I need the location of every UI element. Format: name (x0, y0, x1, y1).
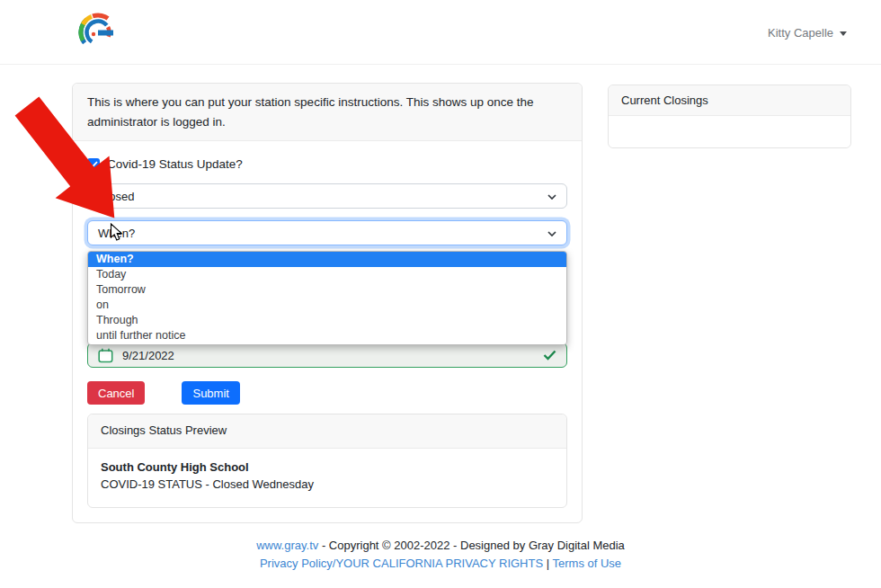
calendar-icon[interactable] (98, 348, 113, 363)
date-input[interactable]: 9/21/2022 (87, 343, 567, 368)
status-select-value: Closed (98, 190, 134, 203)
gray-tv-link[interactable]: www.gray.tv (256, 539, 318, 552)
chevron-down-icon (840, 31, 847, 36)
valid-check-icon (543, 350, 556, 361)
user-name: Kitty Capelle (768, 26, 833, 40)
preview-title: Closings Status Preview (88, 414, 566, 449)
chevron-down-icon (547, 231, 556, 236)
status-select[interactable]: Closed (87, 183, 567, 209)
station-instructions: This is where you can put your station s… (73, 84, 582, 141)
privacy-policy-link[interactable]: Privacy Policy/YOUR CALIFORNIA PRIVACY R… (260, 557, 543, 570)
check-icon (89, 161, 98, 168)
copyright-text: - Copyright © 2002-2022 - Designed by Gr… (318, 539, 625, 552)
top-navbar: Kitty Capelle (0, 0, 881, 65)
closings-status-preview-card: Closings Status Preview South County Hig… (87, 414, 567, 508)
preview-status-line: COVID-19 STATUS - Closed Wednesday (101, 477, 554, 491)
closings-form-body: Covid-19 Status Update? Closed When? Whe… (73, 141, 582, 522)
when-select[interactable]: When? (87, 220, 567, 245)
cancel-button[interactable]: Cancel (87, 381, 145, 405)
current-closings-card: Current Closings (608, 85, 851, 148)
when-option-tomorrow[interactable]: Tomorrow (88, 282, 566, 298)
covid-status-checkbox[interactable] (87, 158, 100, 171)
when-option-through[interactable]: Through (88, 313, 566, 328)
page-footer: www.gray.tv - Copyright © 2002-2022 - De… (0, 539, 881, 570)
when-select-dropdown: When? Today Tomorrow on Through until fu… (87, 251, 567, 345)
when-select-value: When? (98, 227, 135, 240)
gray-tv-logo-icon[interactable] (76, 10, 120, 55)
current-closings-empty-list (609, 116, 850, 147)
current-closings-title: Current Closings (609, 85, 850, 116)
closings-form-card: This is where you can put your station s… (72, 83, 583, 523)
when-option-today[interactable]: Today (88, 267, 566, 282)
when-option-when[interactable]: When? (88, 252, 566, 267)
when-option-on[interactable]: on (88, 298, 566, 313)
user-account-menu[interactable]: Kitty Capelle (768, 26, 847, 40)
footer-separator: | (543, 557, 552, 570)
terms-of-use-link[interactable]: Terms of Use (553, 557, 622, 570)
when-option-until-further-notice[interactable]: until further notice (88, 328, 566, 343)
preview-school-name: South County High School (101, 460, 554, 474)
submit-button[interactable]: Submit (182, 381, 239, 405)
covid-status-checkbox-label: Covid-19 Status Update? (107, 157, 243, 171)
chevron-down-icon (547, 194, 556, 200)
date-value: 9/21/2022 (122, 349, 174, 362)
